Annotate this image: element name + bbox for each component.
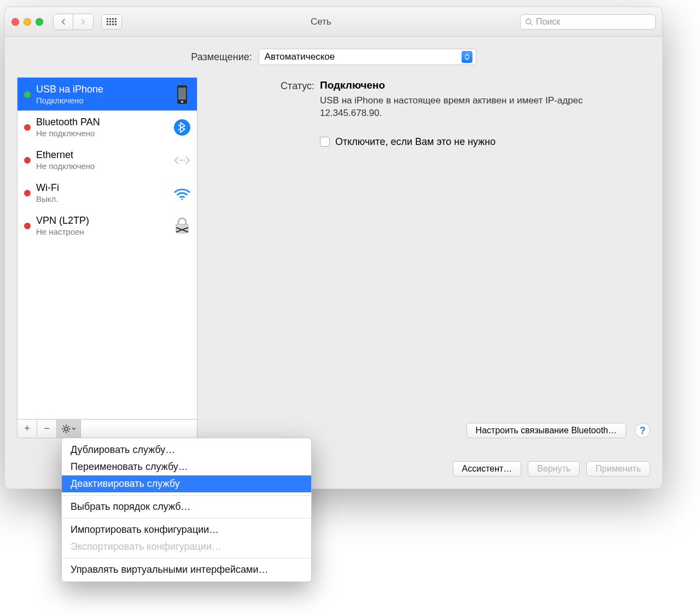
zoom-window-button[interactable] xyxy=(36,18,43,26)
service-item-wifi[interactable]: Wi-Fi Выкл. xyxy=(18,176,197,209)
svg-rect-3 xyxy=(178,88,186,100)
service-item-usb-iphone[interactable]: USB на iPhone Подключено xyxy=(18,78,197,111)
network-prefs-window: Сеть Поиск Размещение: Автоматическое xyxy=(4,7,663,489)
location-row: Размещение: Автоматическое xyxy=(17,49,650,65)
status-dot-icon xyxy=(24,124,31,131)
svg-line-1 xyxy=(530,23,533,25)
chevron-right-icon xyxy=(80,19,86,25)
window-title: Сеть xyxy=(126,16,516,27)
status-value: Подключено xyxy=(320,79,646,91)
disable-checkbox[interactable] xyxy=(320,137,330,147)
configure-bluetooth-button[interactable]: Настроить связывание Bluetooth… xyxy=(466,423,626,438)
location-label: Размещение: xyxy=(191,51,252,63)
search-input[interactable]: Поиск xyxy=(520,14,656,30)
service-status: Выкл. xyxy=(36,194,167,204)
svg-line-17 xyxy=(68,431,69,432)
service-name: Ethernet xyxy=(36,149,167,161)
search-placeholder: Поиск xyxy=(536,17,560,27)
show-all-button[interactable] xyxy=(101,14,122,30)
svg-point-9 xyxy=(181,199,183,200)
menu-separator xyxy=(62,558,311,559)
iphone-icon xyxy=(173,85,191,104)
menu-rename-service[interactable]: Переименовать службу… xyxy=(62,458,311,475)
menu-manage-virtual[interactable]: Управлять виртуальными интерфейсами… xyxy=(62,561,311,578)
assistant-button[interactable]: Ассистент… xyxy=(453,461,522,476)
svg-line-18 xyxy=(63,431,64,432)
menu-export-config: Экспортировать конфигурации… xyxy=(62,538,311,555)
service-name: VPN (L2TP) xyxy=(36,215,167,227)
status-dot-icon xyxy=(24,91,31,98)
grid-icon xyxy=(107,18,116,25)
chevron-down-icon xyxy=(72,427,76,430)
svg-point-8 xyxy=(183,160,185,161)
detail-pane: Статус: Подключено USB на iPhone в насто… xyxy=(211,77,650,438)
services-sidebar: USB на iPhone Подключено Bluetooth PAN Н… xyxy=(17,77,197,438)
updown-arrows-icon xyxy=(462,51,472,63)
status-dot-icon xyxy=(24,157,31,164)
menu-import-config[interactable]: Импортировать конфигурации… xyxy=(62,521,311,538)
sidebar-footer: + − xyxy=(18,419,197,438)
service-actions-menu: Дублировать службу… Переименовать службу… xyxy=(61,438,312,582)
service-item-vpn[interactable]: VPN (L2TP) Не настроен xyxy=(18,209,197,242)
svg-line-16 xyxy=(63,426,64,427)
status-dot-icon xyxy=(24,190,31,196)
svg-point-0 xyxy=(526,19,531,24)
service-status: Не подключено xyxy=(36,161,167,171)
status-label: Статус: xyxy=(211,79,314,92)
status-description: USB на iPhone в настоящее время активен … xyxy=(320,95,583,118)
service-item-bluetooth-pan[interactable]: Bluetooth PAN Не подключено xyxy=(18,111,197,143)
nav-back-forward xyxy=(53,14,94,30)
service-status: Не настроен xyxy=(36,227,167,237)
service-name: USB на iPhone xyxy=(36,84,167,96)
titlebar: Сеть Поиск xyxy=(5,7,662,37)
services-list: USB на iPhone Подключено Bluetooth PAN Н… xyxy=(18,78,197,419)
search-icon xyxy=(525,18,533,26)
bluetooth-icon xyxy=(173,119,191,136)
main-row: USB на iPhone Подключено Bluetooth PAN Н… xyxy=(17,77,650,438)
content-area: Размещение: Автоматическое USB на iPhone… xyxy=(5,37,662,489)
menu-separator xyxy=(62,518,311,519)
menu-set-order[interactable]: Выбрать порядок служб… xyxy=(62,498,311,515)
traffic-lights xyxy=(11,18,43,26)
add-service-button[interactable]: + xyxy=(18,420,37,438)
status-dot-icon xyxy=(24,223,31,229)
help-button[interactable]: ? xyxy=(635,423,650,438)
back-button[interactable] xyxy=(54,14,73,30)
ethernet-icon xyxy=(173,153,191,168)
remove-service-button[interactable]: − xyxy=(37,420,57,438)
minimize-window-button[interactable] xyxy=(24,18,31,26)
chevron-left-icon xyxy=(60,19,67,25)
menu-separator xyxy=(62,495,311,496)
menu-duplicate-service[interactable]: Дублировать службу… xyxy=(62,441,311,458)
disable-checkbox-label: Отключите, если Вам это не нужно xyxy=(335,136,495,148)
forward-button[interactable] xyxy=(73,14,93,30)
service-actions-button[interactable] xyxy=(57,420,81,438)
gear-icon xyxy=(62,425,71,433)
svg-point-4 xyxy=(181,101,183,103)
svg-line-19 xyxy=(68,426,69,427)
wifi-icon xyxy=(173,185,191,201)
svg-point-11 xyxy=(65,427,68,431)
location-select[interactable]: Автоматическое xyxy=(259,49,476,65)
service-status: Не подключено xyxy=(36,129,167,138)
apply-button[interactable]: Применить xyxy=(586,461,650,476)
svg-point-6 xyxy=(179,160,181,161)
svg-point-7 xyxy=(182,160,183,161)
service-name: Bluetooth PAN xyxy=(36,117,167,129)
service-status: Подключено xyxy=(36,96,167,106)
location-value: Автоматическое xyxy=(265,51,462,62)
service-item-ethernet[interactable]: Ethernet Не подключено xyxy=(18,143,197,176)
service-name: Wi-Fi xyxy=(36,182,167,194)
lock-icon xyxy=(173,217,191,235)
disable-checkbox-row: Отключите, если Вам это не нужно xyxy=(320,136,646,148)
menu-deactivate-service[interactable]: Деактивировать службу xyxy=(62,475,311,492)
revert-button[interactable]: Вернуть xyxy=(528,461,580,476)
close-window-button[interactable] xyxy=(11,18,19,26)
status-row: Статус: Подключено USB на iPhone в насто… xyxy=(211,79,646,120)
